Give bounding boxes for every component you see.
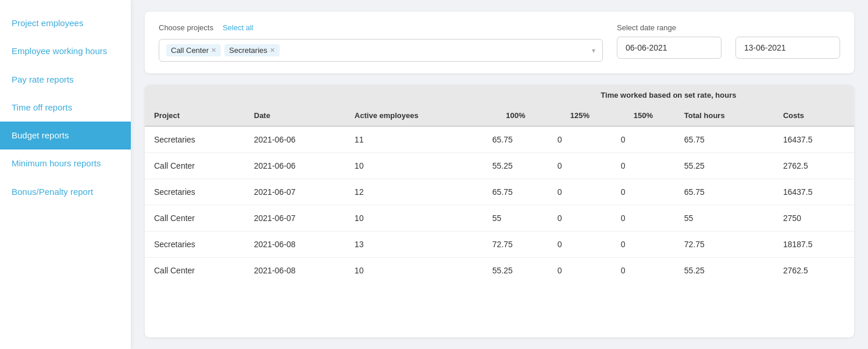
tag-call-center-label: Call Center xyxy=(171,46,209,55)
cell-project: Secretaries xyxy=(145,179,245,205)
sidebar: Project employeesEmployee working hoursP… xyxy=(0,0,131,349)
chevron-down-icon: ▾ xyxy=(592,47,595,55)
date-range-label: Select date range xyxy=(617,23,721,32)
cell-total_hours: 55.25 xyxy=(675,258,774,284)
budget-report-table: Time worked based on set rate, hours Pro… xyxy=(145,85,854,283)
tag-secretaries: Secretaries ✕ xyxy=(224,44,280,56)
col-header-costs: Costs xyxy=(774,105,854,126)
col-header-150: 150% xyxy=(612,105,675,126)
cell-project: Call Center xyxy=(145,258,245,284)
cell-active_employees: 12 xyxy=(345,179,483,205)
col-header-project: Project xyxy=(145,105,245,126)
sidebar-item-minimum-hours-reports[interactable]: Minimum hours reports xyxy=(0,149,131,177)
cell-date: 2021-06-07 xyxy=(245,205,345,232)
cell-costs: 2762.5 xyxy=(774,153,854,179)
cell-rate_100: 65.75 xyxy=(483,126,548,153)
sidebar-item-budget-reports[interactable]: Budget reports xyxy=(0,122,131,149)
tag-secretaries-close[interactable]: ✕ xyxy=(270,47,275,54)
table-header-sub: Project Date Active employees 100% 125% … xyxy=(145,105,854,126)
tag-call-center-close[interactable]: ✕ xyxy=(211,47,216,54)
sidebar-item-time-off-reports[interactable]: Time off reports xyxy=(0,94,131,122)
sidebar-item-bonus-penalty-report[interactable]: Bonus/Penalty report xyxy=(0,178,131,206)
col-header-total-hours: Total hours xyxy=(675,105,774,126)
cell-rate_150: 0 xyxy=(612,179,675,205)
cell-date: 2021-06-06 xyxy=(245,126,345,153)
cell-rate_150: 0 xyxy=(612,153,675,179)
cell-active_employees: 10 xyxy=(345,258,483,284)
select-all-link[interactable]: Select all xyxy=(223,23,253,32)
date-to-spacer xyxy=(735,23,840,32)
projects-filter-section: Choose projects Select all Call Center ✕… xyxy=(159,23,603,62)
cell-rate_100: 55.25 xyxy=(483,258,548,284)
table-row: Secretaries2021-06-071265.750065.7516437… xyxy=(145,179,854,205)
cell-costs: 2750 xyxy=(774,205,854,232)
filter-card: Choose projects Select all Call Center ✕… xyxy=(145,12,854,73)
cell-rate_125: 0 xyxy=(548,153,612,179)
cell-total_hours: 72.75 xyxy=(675,232,774,258)
table-row: Call Center2021-06-07105500552750 xyxy=(145,205,854,232)
cell-date: 2021-06-08 xyxy=(245,232,345,258)
date-range-section: Select date range xyxy=(617,23,721,59)
cell-costs: 2762.5 xyxy=(774,258,854,284)
cell-total_hours: 65.75 xyxy=(675,126,774,153)
cell-rate_125: 0 xyxy=(548,179,612,205)
cell-costs: 16437.5 xyxy=(774,126,854,153)
cell-rate_100: 72.75 xyxy=(483,232,548,258)
col-header-date: Date xyxy=(245,105,345,126)
projects-label: Choose projects xyxy=(159,23,213,32)
cell-rate_100: 55.25 xyxy=(483,153,548,179)
table-row: Secretaries2021-06-061165.750065.7516437… xyxy=(145,126,854,153)
sidebar-item-project-employees[interactable]: Project employees xyxy=(0,9,131,37)
col-header-date-empty xyxy=(245,85,345,105)
cell-total_hours: 55 xyxy=(675,205,774,232)
cell-project: Call Center xyxy=(145,153,245,179)
col-header-project-empty xyxy=(145,85,245,105)
cell-rate_125: 0 xyxy=(548,232,612,258)
project-select-box[interactable]: Call Center ✕ Secretaries ✕ ▾ xyxy=(159,39,603,62)
cell-rate_100: 55 xyxy=(483,205,548,232)
cell-active_employees: 10 xyxy=(345,153,483,179)
table-row: Call Center2021-06-061055.250055.252762.… xyxy=(145,153,854,179)
cell-costs: 18187.5 xyxy=(774,232,854,258)
cell-rate_125: 0 xyxy=(548,258,612,284)
cell-rate_150: 0 xyxy=(612,258,675,284)
date-from-input[interactable] xyxy=(617,37,721,59)
table-body: Secretaries2021-06-061165.750065.7516437… xyxy=(145,126,854,283)
table-row: Secretaries2021-06-081372.750072.7518187… xyxy=(145,232,854,258)
cell-project: Secretaries xyxy=(145,126,245,153)
date-to-section xyxy=(735,23,840,59)
col-header-active-empty xyxy=(345,85,483,105)
cell-active_employees: 11 xyxy=(345,126,483,153)
cell-rate_100: 65.75 xyxy=(483,179,548,205)
tag-call-center: Call Center ✕ xyxy=(166,44,221,56)
cell-rate_150: 0 xyxy=(612,205,675,232)
cell-rate_150: 0 xyxy=(612,232,675,258)
col-header-100: 100% xyxy=(483,105,548,126)
col-header-125: 125% xyxy=(548,105,612,126)
table-card: Time worked based on set rate, hours Pro… xyxy=(145,85,854,337)
group-header-time-worked: Time worked based on set rate, hours xyxy=(483,85,854,105)
cell-rate_125: 0 xyxy=(548,205,612,232)
cell-project: Secretaries xyxy=(145,232,245,258)
cell-total_hours: 65.75 xyxy=(675,179,774,205)
tag-secretaries-label: Secretaries xyxy=(229,46,267,55)
cell-date: 2021-06-07 xyxy=(245,179,345,205)
cell-rate_125: 0 xyxy=(548,126,612,153)
date-to-input[interactable] xyxy=(735,37,840,59)
cell-date: 2021-06-06 xyxy=(245,153,345,179)
main-content: Choose projects Select all Call Center ✕… xyxy=(131,0,868,349)
cell-project: Call Center xyxy=(145,205,245,232)
table-row: Call Center2021-06-081055.250055.252762.… xyxy=(145,258,854,284)
col-header-active-employees: Active employees xyxy=(345,105,483,126)
cell-date: 2021-06-08 xyxy=(245,258,345,284)
cell-active_employees: 13 xyxy=(345,232,483,258)
cell-total_hours: 55.25 xyxy=(675,153,774,179)
sidebar-item-pay-rate-reports[interactable]: Pay rate reports xyxy=(0,66,131,94)
cell-active_employees: 10 xyxy=(345,205,483,232)
sidebar-item-employee-working-hours[interactable]: Employee working hours xyxy=(0,37,131,65)
cell-costs: 16437.5 xyxy=(774,179,854,205)
table-header-top: Time worked based on set rate, hours xyxy=(145,85,854,105)
cell-rate_150: 0 xyxy=(612,126,675,153)
